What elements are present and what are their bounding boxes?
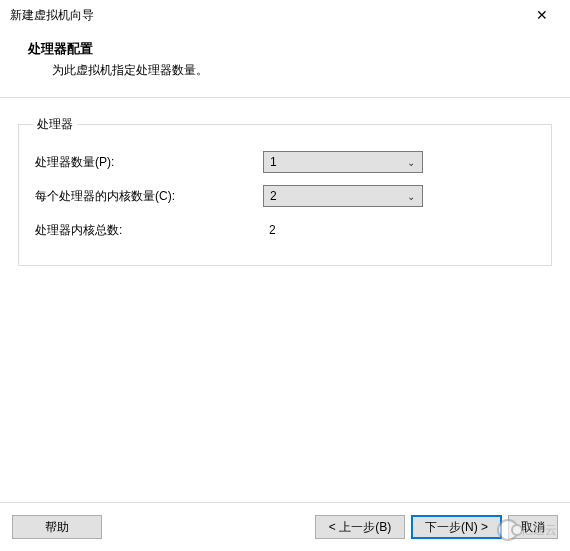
- label-cores-per-processor: 每个处理器的内核数量(C):: [33, 188, 263, 205]
- select-cores-per-processor[interactable]: 2 ⌄: [263, 185, 423, 207]
- wizard-window: 新建虚拟机向导 ✕ 处理器配置 为此虚拟机指定处理器数量。 处理器 处理器数量(…: [0, 0, 570, 551]
- close-icon: ✕: [536, 7, 548, 23]
- close-button[interactable]: ✕: [522, 1, 562, 29]
- back-button-label: < 上一步(B): [329, 519, 391, 536]
- select-cores-per-processor-value: 2: [270, 189, 406, 203]
- back-button[interactable]: < 上一步(B): [315, 515, 405, 539]
- cancel-button[interactable]: 取消: [508, 515, 558, 539]
- value-total-cores: 2: [263, 223, 276, 237]
- help-button-label: 帮助: [45, 519, 69, 536]
- select-processor-count[interactable]: 1 ⌄: [263, 151, 423, 173]
- next-button[interactable]: 下一步(N) >: [411, 515, 502, 539]
- window-title: 新建虚拟机向导: [10, 7, 522, 24]
- chevron-down-icon: ⌄: [406, 191, 416, 202]
- processors-group: 处理器 处理器数量(P): 1 ⌄ 每个处理器的内核数量(C): 2 ⌄: [18, 116, 552, 266]
- cancel-button-label: 取消: [521, 519, 545, 536]
- header-subtitle: 为此虚拟机指定处理器数量。: [28, 62, 550, 79]
- select-processor-count-value: 1: [270, 155, 406, 169]
- processors-group-legend: 处理器: [33, 116, 77, 133]
- row-processor-count: 处理器数量(P): 1 ⌄: [33, 145, 537, 179]
- next-button-label: 下一步(N) >: [425, 519, 488, 536]
- wizard-footer: 帮助 < 上一步(B) 下一步(N) > 取消: [0, 503, 570, 551]
- label-total-cores: 处理器内核总数:: [33, 222, 263, 239]
- titlebar: 新建虚拟机向导 ✕: [0, 0, 570, 30]
- row-cores-per-processor: 每个处理器的内核数量(C): 2 ⌄: [33, 179, 537, 213]
- wizard-header: 处理器配置 为此虚拟机指定处理器数量。: [0, 30, 570, 97]
- row-total-cores: 处理器内核总数: 2: [33, 213, 537, 247]
- help-button[interactable]: 帮助: [12, 515, 102, 539]
- chevron-down-icon: ⌄: [406, 157, 416, 168]
- label-processor-count: 处理器数量(P):: [33, 154, 263, 171]
- content-area: 处理器 处理器数量(P): 1 ⌄ 每个处理器的内核数量(C): 2 ⌄: [0, 98, 570, 502]
- header-title: 处理器配置: [28, 40, 550, 58]
